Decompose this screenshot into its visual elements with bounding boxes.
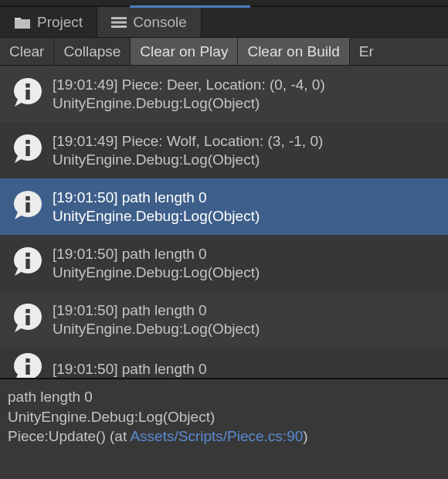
error-toggle[interactable]: Er [350,38,380,65]
info-icon [11,132,45,169]
clear-on-play-toggle[interactable]: Clear on Play [131,38,238,65]
svg-rect-7 [25,196,29,200]
tab-console-label: Console [133,14,187,31]
log-entry-text: [19:01:50] path length 0 UnityEngine.Deb… [53,189,260,226]
log-line2: UnityEngine.Debug:Log(Object) [53,94,325,113]
console-toolbar: Clear Collapse Clear on Play Clear on Bu… [0,38,448,66]
log-line2: UnityEngine.Debug:Log(Object) [53,151,323,169]
svg-rect-8 [25,202,29,212]
tab-bar: Project Console [0,7,448,38]
detail-message: path length 0 [8,387,440,407]
stack-trace-prefix: Piece:Update() (at [8,428,130,444]
log-entry-text: [19:01:50] path length 0 [53,360,207,378]
svg-rect-3 [25,83,29,87]
detail-source: UnityEngine.Debug:Log(Object) [8,407,440,427]
info-icon [11,301,45,338]
info-icon [11,76,45,113]
svg-rect-0 [111,17,127,19]
log-list[interactable]: [19:01:49] Piece: Deer, Location: (0, -4… [0,66,448,378]
log-line1: [19:01:49] Piece: Deer, Location: (0, -4… [53,76,325,94]
log-entry[interactable]: [19:01:49] Piece: Wolf, Location: (3, -1… [0,122,448,178]
lines-icon [111,16,127,29]
svg-rect-5 [25,140,29,144]
info-icon [11,189,45,226]
log-entry[interactable]: [19:01:50] path length 0 UnityEngine.Deb… [0,291,448,348]
clear-button[interactable]: Clear [0,38,54,65]
svg-rect-12 [25,315,29,325]
log-entry[interactable]: [19:01:50] path length 0 [0,348,448,378]
log-line2: UnityEngine.Debug:Log(Object) [53,263,260,282]
log-entry[interactable]: [19:01:50] path length 0 UnityEngine.Deb… [0,178,448,235]
svg-rect-1 [111,21,127,23]
log-line1: [19:01:50] path length 0 [53,301,260,320]
log-line1: [19:01:50] path length 0 [53,189,260,207]
svg-rect-4 [25,90,29,100]
info-icon [11,351,45,378]
log-entry-text: [19:01:49] Piece: Deer, Location: (0, -4… [53,76,325,113]
svg-rect-10 [25,259,29,269]
log-entry[interactable]: [19:01:50] path length 0 UnityEngine.Deb… [0,235,448,291]
log-line2: UnityEngine.Debug:Log(Object) [53,207,260,226]
log-detail-panel[interactable]: path length 0 UnityEngine.Debug:Log(Obje… [0,378,448,477]
log-line1: [19:01:49] Piece: Wolf, Location: (3, -1… [53,132,323,151]
svg-rect-2 [111,25,127,28]
info-icon [11,245,45,282]
detail-stack: Piece:Update() (at Assets/Scripts/Piece.… [8,426,440,447]
log-line1: [19:01:50] path length 0 [53,245,260,263]
log-line2: UnityEngine.Debug:Log(Object) [53,320,260,338]
folder-icon [14,15,31,29]
tab-project-label: Project [37,14,83,31]
tab-console[interactable]: Console [97,7,202,37]
stack-trace-suffix: ) [303,428,307,444]
clear-on-build-toggle[interactable]: Clear on Build [238,38,349,65]
log-entry[interactable]: [19:01:49] Piece: Deer, Location: (0, -4… [0,66,448,122]
tab-project[interactable]: Project [0,7,97,37]
log-line1: [19:01:50] path length 0 [53,360,207,378]
log-entry-text: [19:01:50] path length 0 UnityEngine.Deb… [53,245,260,282]
svg-rect-14 [25,365,29,375]
log-entry-text: [19:01:50] path length 0 UnityEngine.Deb… [53,301,260,338]
log-entry-text: [19:01:49] Piece: Wolf, Location: (3, -1… [53,132,323,169]
stack-trace-link[interactable]: Assets/Scripts/Piece.cs:90 [130,428,303,444]
collapse-button[interactable]: Collapse [54,38,131,65]
svg-rect-13 [25,358,29,362]
svg-rect-6 [25,146,29,156]
svg-rect-9 [25,253,29,256]
svg-rect-11 [25,309,29,313]
